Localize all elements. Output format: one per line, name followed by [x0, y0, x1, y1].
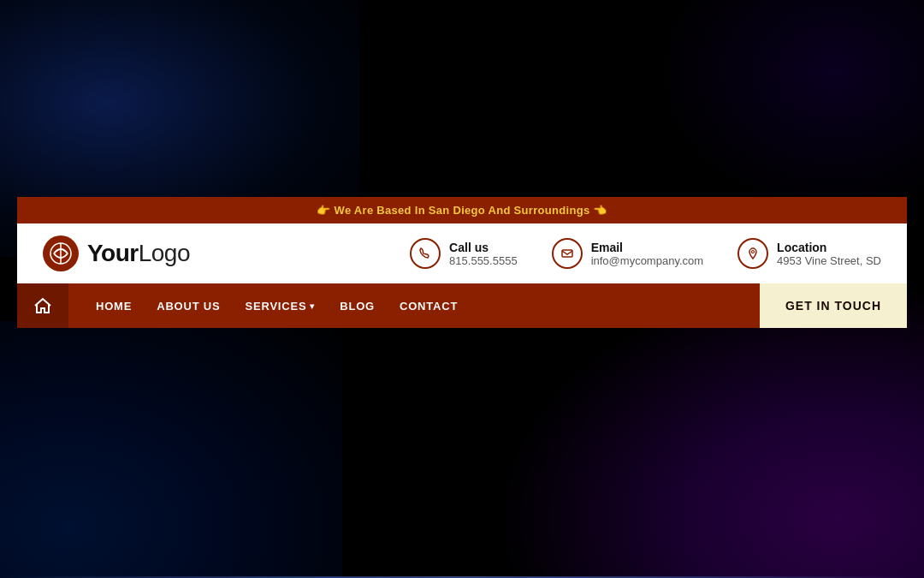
- contact-text-email: Email info@mycompany.com: [591, 241, 703, 267]
- nav-link-contact[interactable]: CONTACT: [389, 295, 468, 318]
- home-icon-btn[interactable]: [17, 283, 68, 328]
- services-chevron-icon: ▾: [310, 301, 315, 311]
- svg-rect-2: [562, 250, 572, 257]
- email-label: Email: [591, 241, 703, 254]
- svg-point-3: [752, 251, 755, 253]
- phone-icon: [410, 238, 441, 269]
- navbar: HOME ABOUT US SERVICES ▾ BLOG CONTACT GE…: [17, 283, 907, 328]
- get-in-touch-button[interactable]: GET IN TOUCH: [760, 283, 907, 328]
- contact-info-area: Call us 815.555.5555 Email info@mycompan…: [410, 238, 881, 269]
- contact-item-email: Email info@mycompany.com: [552, 238, 703, 269]
- main-header: YourLogo Call us 815.555.5555: [17, 223, 907, 283]
- location-value: 4953 Vine Street, SD: [777, 254, 881, 267]
- nav-link-home[interactable]: HOME: [86, 295, 142, 318]
- contact-text-phone: Call us 815.555.5555: [449, 241, 518, 267]
- logo-suffix: Logo: [139, 240, 190, 266]
- nav-link-services[interactable]: SERVICES ▾: [235, 295, 326, 318]
- nav-link-blog[interactable]: BLOG: [329, 295, 385, 318]
- phone-value: 815.555.5555: [449, 254, 518, 267]
- announcement-bar: 👉 We Are Based In San Diego And Surround…: [17, 197, 907, 223]
- logo-text: YourLogo: [87, 240, 190, 267]
- announcement-text: 👉 We Are Based In San Diego And Surround…: [317, 204, 607, 217]
- logo-icon: [43, 235, 79, 271]
- email-value: info@mycompany.com: [591, 254, 703, 267]
- header-wrapper: 👉 We Are Based In San Diego And Surround…: [17, 197, 907, 328]
- location-label: Location: [777, 241, 881, 254]
- nav-links: HOME ABOUT US SERVICES ▾ BLOG CONTACT: [68, 283, 760, 328]
- contact-text-location: Location 4953 Vine Street, SD: [777, 241, 881, 267]
- phone-label: Call us: [449, 241, 518, 254]
- logo-area: YourLogo: [43, 235, 190, 271]
- nav-link-about[interactable]: ABOUT US: [146, 295, 230, 318]
- location-icon: [737, 238, 768, 269]
- logo-brand: Your: [87, 240, 139, 266]
- contact-item-location: Location 4953 Vine Street, SD: [737, 238, 881, 269]
- services-label: SERVICES: [246, 300, 307, 313]
- email-icon: [552, 238, 583, 269]
- contact-item-phone: Call us 815.555.5555: [410, 238, 518, 269]
